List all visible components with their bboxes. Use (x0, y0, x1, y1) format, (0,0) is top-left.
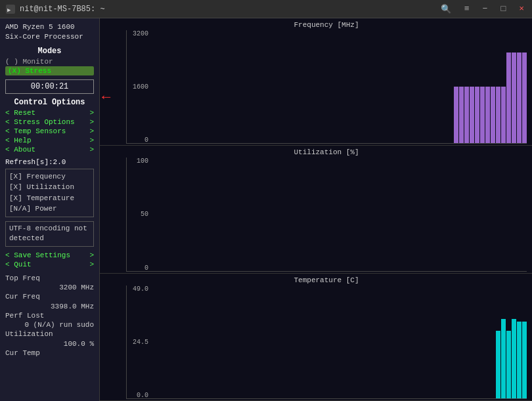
temp-bar (512, 319, 516, 398)
titlebar: ▶ nit@nit-MS-7B85: ~ 🔍 ≡ − □ × (0, 0, 532, 18)
utilization-label: Utilization (5, 329, 53, 340)
perf-lost-label: Perf Lost (5, 310, 44, 322)
freq-bar (491, 87, 495, 143)
freq-bar (470, 87, 474, 143)
stress-options-label: < Stress Options (5, 118, 75, 126)
about-chevron: > (89, 146, 94, 154)
temp-bar (506, 331, 511, 398)
freq-bar (512, 53, 516, 143)
temp-sensors-chevron: > (89, 127, 94, 135)
freq-bar (501, 87, 506, 143)
temp-sensors-control[interactable]: < Temp Sensors > (5, 127, 94, 136)
freq-y-max: 3200 (126, 30, 148, 37)
temperature-chart-bars (126, 285, 527, 399)
cur-freq-value: 3398.0 MHz (5, 303, 94, 310)
freq-bar (485, 87, 490, 143)
reset-label: < Reset (5, 109, 35, 117)
util-y-mid: 50 (126, 211, 148, 218)
search-button[interactable]: 🔍 (438, 3, 454, 16)
menu-button[interactable]: ≡ (462, 3, 472, 15)
freq-bar (464, 87, 469, 143)
freq-bar (506, 53, 511, 143)
frequency-chart-title: Frequency [MHz] (126, 21, 527, 29)
perf-lost-value: 0 (N/A) run sudo (5, 321, 94, 329)
cur-freq-row: Cur Freq (5, 291, 94, 303)
window-title: nit@nit-MS-7B85: ~ (20, 5, 105, 14)
freq-y-mid: 1600 (126, 83, 148, 91)
quit-chevron: > (89, 261, 94, 268)
minimize-button[interactable]: − (480, 3, 491, 15)
freq-bar (522, 53, 527, 143)
svg-text:▶: ▶ (7, 7, 11, 13)
utilization-chart-bars (126, 158, 527, 271)
monitor-mode[interactable]: ( ) Monitor (5, 57, 94, 66)
close-button[interactable]: × (516, 3, 527, 15)
help-control[interactable]: < Help > (5, 136, 94, 145)
cur-temp-row: Cur Temp (5, 348, 94, 359)
refresh-label: Refresh[s]:2.0 (5, 158, 94, 166)
main-content: AMD Ryzen 5 1600 Six-Core Processor Mode… (0, 18, 532, 401)
help-chevron: > (89, 137, 94, 144)
freq-bar (459, 87, 464, 143)
temp-bar (496, 331, 500, 398)
modes-title: Modes (5, 47, 94, 56)
stress-options-chevron: > (89, 118, 94, 126)
temp-y-mid: 24.5 (126, 339, 148, 346)
temp-bar (517, 322, 521, 398)
freq-checkbox[interactable]: [X] Frequency (9, 171, 90, 182)
freq-y-min: 0 (126, 137, 148, 144)
util-y-max: 100 (126, 158, 148, 165)
top-freq-value: 3200 MHz (5, 284, 94, 291)
freq-bar (475, 87, 479, 143)
titlebar-left: ▶ nit@nit-MS-7B85: ~ (5, 4, 105, 14)
freq-bar (496, 87, 500, 143)
top-freq-row: Top Freq (5, 273, 94, 284)
utilization-value: 100.0 % (5, 340, 94, 348)
temp-bar (501, 319, 506, 398)
cur-temp-label: Cur Temp (5, 348, 40, 359)
maximize-button[interactable]: □ (498, 3, 508, 15)
temp-checkbox[interactable]: [X] Temperature (9, 193, 90, 204)
stress-options-control[interactable]: < Stress Options > (5, 117, 94, 127)
titlebar-controls: 🔍 ≡ − □ × (438, 3, 527, 16)
stress-mode[interactable]: (X) Stress (5, 66, 94, 75)
temp-y-max: 49.0 (126, 285, 148, 293)
frequency-chart-section: Frequency [MHz] 3200 1600 0 (100, 18, 532, 146)
right-panel: Frequency [MHz] 3200 1600 0 Utilization … (100, 18, 532, 401)
terminal-icon: ▶ (5, 4, 16, 14)
reset-control[interactable]: < Reset > (5, 108, 94, 117)
temp-sensors-label: < Temp Sensors (5, 127, 66, 135)
temperature-chart-section: Temperature [C] 49.0 24.5 0.0 (100, 274, 532, 401)
freq-bar (480, 87, 485, 143)
temp-y-min: 0.0 (126, 392, 148, 399)
control-options-title: Control Options (5, 98, 94, 107)
cpu-name: AMD Ryzen 5 1600 Six-Core Processor (5, 22, 94, 43)
stats-section: Top Freq 3200 MHz Cur Freq 3398.0 MHz Pe… (5, 273, 94, 359)
util-checkbox[interactable]: [X] Utilization (9, 182, 90, 193)
quit-label: < Quit (5, 261, 32, 268)
cur-freq-label: Cur Freq (5, 291, 40, 303)
temperature-chart-title: Temperature [C] (126, 276, 527, 284)
warning-box: UTF-8 encoding not detected (5, 221, 94, 247)
freq-y-axis: 3200 1600 0 (126, 30, 151, 144)
about-control[interactable]: < About > (5, 145, 94, 154)
top-freq-label: Top Freq (5, 273, 40, 284)
util-y-axis: 100 50 0 (126, 158, 151, 271)
save-settings-chevron: > (89, 251, 94, 259)
freq-bar (454, 87, 458, 143)
util-y-min: 0 (126, 264, 148, 272)
temp-y-axis: 49.0 24.5 0.0 (126, 285, 151, 399)
timer-display: 00:00:21 (5, 79, 94, 94)
utilization-chart-title: Utilization [%] (126, 148, 527, 156)
quit-control[interactable]: < Quit > (5, 260, 94, 269)
freq-bar (517, 53, 521, 143)
utilization-row: Utilization (5, 329, 94, 340)
help-label: < Help (5, 137, 32, 144)
save-settings-control[interactable]: < Save Settings > (5, 251, 94, 260)
left-panel: AMD Ryzen 5 1600 Six-Core Processor Mode… (0, 18, 100, 401)
about-label: < About (5, 146, 35, 154)
save-settings-label: < Save Settings (5, 251, 70, 259)
temp-bar (522, 322, 527, 398)
utilization-chart-section: Utilization [%] 100 50 0 (100, 146, 532, 273)
power-checkbox[interactable]: [N/A] Power (9, 203, 90, 215)
